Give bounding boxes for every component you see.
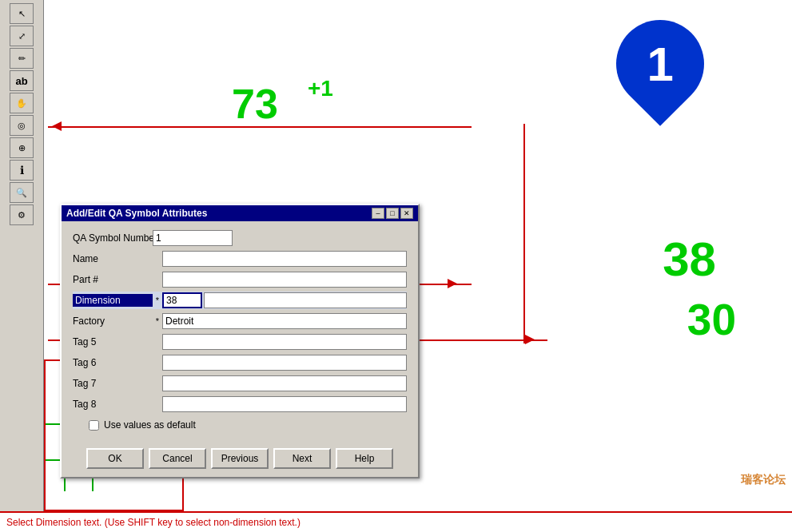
toolbar-settings[interactable]: ⚙ [10, 204, 34, 225]
dimension-input[interactable] [162, 292, 202, 308]
tag7-row: Tag 7 [73, 375, 407, 392]
close-button[interactable]: ✕ [400, 208, 413, 219]
tag7-label: Tag 7 [73, 378, 153, 389]
toolbar-pen[interactable]: ✏ [10, 48, 34, 69]
restore-button[interactable]: □ [386, 208, 399, 219]
ok-button[interactable]: OK [86, 448, 144, 469]
dimension-row: Dimension * [73, 292, 407, 309]
tag5-label: Tag 5 [73, 336, 153, 347]
checkbox-label: Use values as default [104, 419, 196, 431]
name-row: Name [73, 250, 407, 268]
toolbar-zoom[interactable]: 🔍 [10, 182, 34, 203]
minimize-button[interactable]: – [372, 208, 384, 219]
tag6-label: Tag 6 [73, 357, 153, 368]
tag6-input[interactable] [162, 355, 407, 371]
status-bar: Select Dimension text. (Use SHIFT key to… [0, 511, 792, 532]
tag5-input[interactable] [162, 334, 407, 350]
dim-line-vert-right [523, 124, 525, 343]
arrow-left-top [52, 121, 62, 131]
toolbar-hand[interactable]: ✋ [10, 93, 34, 113]
tag7-input[interactable] [162, 375, 407, 391]
tag5-row: Tag 5 [73, 333, 407, 351]
dimension-label: Dimension [73, 294, 153, 307]
left-toolbar: ↖ ⤢ ✏ ab ✋ ◎ ⊕ ℹ 🔍 ⚙ [0, 0, 44, 511]
factory-required: * [153, 316, 162, 326]
part-row: Part # [73, 271, 407, 288]
use-default-checkbox[interactable] [89, 420, 99, 431]
tag8-label: Tag 8 [73, 399, 153, 410]
tag8-row: Tag 8 [73, 395, 407, 413]
qa-symbol-label: QA Symbol Number: [73, 232, 153, 244]
arrow-right-middle [448, 279, 457, 288]
watermark: 瑞客论坛 [741, 473, 786, 487]
qa-symbol-input[interactable] [153, 230, 233, 246]
factory-row: Factory * [73, 312, 407, 330]
title-buttons: – □ ✕ [372, 208, 413, 219]
previous-button[interactable]: Previous [211, 448, 269, 469]
canvas-area: ↖ ⤢ ✏ ab ✋ ◎ ⊕ ℹ 🔍 ⚙ 73 +1 38 30 1 [0, 0, 792, 511]
part-input[interactable] [162, 272, 407, 288]
dim-plus1: +1 [308, 76, 333, 101]
toolbar-arrow[interactable]: ↖ [10, 3, 34, 24]
toolbar-circle[interactable]: ◎ [10, 115, 34, 136]
dialog-titlebar: Add/Edit QA Symbol Attributes – □ ✕ [62, 205, 418, 221]
qa-symbol-row: QA Symbol Number: [73, 229, 407, 247]
name-input[interactable] [162, 251, 407, 267]
tag6-row: Tag 6 [73, 354, 407, 371]
help-button[interactable]: Help [336, 448, 393, 469]
name-label: Name [73, 253, 153, 264]
dialog-box: Add/Edit QA Symbol Attributes – □ ✕ QA S… [60, 204, 420, 478]
toolbar-dimension[interactable]: ⊕ [10, 137, 34, 158]
part-label: Part # [73, 274, 153, 285]
balloon-number: 1 [647, 37, 673, 92]
factory-label: Factory [73, 316, 153, 327]
dialog-content: QA Symbol Number: Name Part # Dimension … [62, 221, 418, 445]
tag8-input[interactable] [162, 396, 407, 412]
dim-30: 30 [687, 294, 736, 345]
toolbar-select[interactable]: ⤢ [10, 26, 34, 46]
balloon: 1 [616, 20, 704, 108]
next-button[interactable]: Next [273, 448, 331, 469]
toolbar-text[interactable]: ab [10, 70, 34, 91]
dialog-buttons: OK Cancel Previous Next Help [62, 445, 418, 477]
dim-73: 73 [232, 80, 278, 128]
cancel-button[interactable]: Cancel [149, 448, 206, 469]
toolbar-info[interactable]: ℹ [10, 160, 34, 181]
arrow-right-lower [525, 335, 535, 344]
status-text: Select Dimension text. (Use SHIFT key to… [6, 517, 300, 528]
dialog-title: Add/Edit QA Symbol Attributes [66, 208, 207, 219]
dimension-extra-input[interactable] [204, 292, 407, 308]
factory-input[interactable] [162, 313, 407, 329]
dim-38: 38 [663, 232, 716, 287]
dimension-required: * [153, 296, 162, 305]
checkbox-row: Use values as default [89, 419, 407, 431]
